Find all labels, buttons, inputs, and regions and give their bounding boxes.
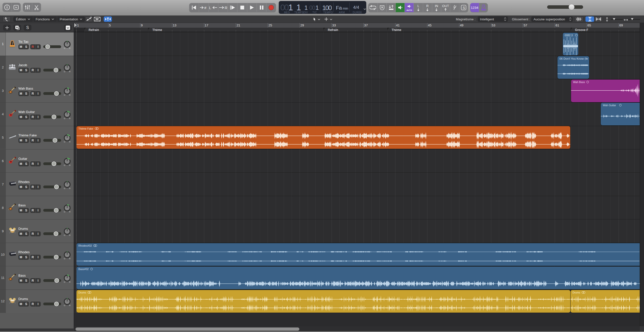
svg-text:R: R: [69, 187, 71, 189]
svg-text:G: G: [64, 141, 65, 143]
svg-text:G: G: [64, 187, 65, 189]
svg-text:G: G: [64, 70, 65, 72]
svg-text:R: R: [69, 304, 71, 306]
svg-text:R: R: [69, 211, 71, 213]
svg-text:G: G: [64, 117, 65, 119]
svg-text:R: R: [69, 281, 71, 283]
svg-text:G: G: [64, 304, 65, 306]
svg-text:R: R: [69, 141, 71, 143]
svg-text:G: G: [64, 211, 65, 213]
svg-text:R: R: [69, 257, 71, 260]
svg-text:G: G: [64, 164, 65, 166]
svg-text:G: G: [64, 257, 65, 260]
svg-text:G: G: [64, 281, 65, 283]
svg-text:R: R: [69, 94, 71, 96]
svg-text:G: G: [64, 47, 65, 49]
svg-text:R: R: [69, 164, 71, 166]
svg-text:R: R: [69, 70, 71, 72]
svg-text:R: R: [69, 234, 71, 236]
svg-text:R: R: [69, 47, 71, 49]
svg-text:G: G: [64, 234, 65, 236]
svg-text:R: R: [69, 117, 71, 119]
svg-text:G: G: [64, 94, 65, 96]
